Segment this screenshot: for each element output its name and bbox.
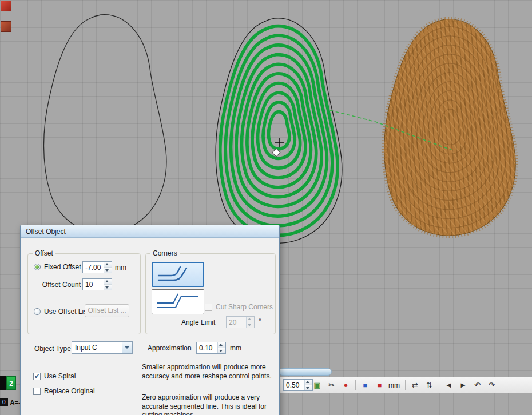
horizontal-scrollbar-thumb[interactable]: [279, 368, 332, 376]
fixed-offset-unit: mm: [115, 264, 126, 272]
skew-right-icon[interactable]: ►: [456, 378, 470, 392]
color-chip-red-icon[interactable]: ■: [373, 378, 386, 392]
palette-color-selected[interactable]: 2: [6, 376, 16, 390]
outline-object[interactable]: [44, 15, 166, 233]
spin-down-icon[interactable]: [104, 285, 112, 290]
flip-vertical-icon[interactable]: ⇅: [423, 378, 436, 392]
pull-compensation-input[interactable]: 0.50: [283, 379, 313, 391]
dialog-titlebar[interactable]: Offset Object: [21, 225, 279, 238]
approximation-value: 0.10: [197, 342, 217, 353]
spin-up-icon[interactable]: [218, 342, 225, 348]
offset-group-caption: Offset: [33, 249, 55, 257]
spin-down-icon[interactable]: [247, 322, 254, 328]
use-offset-list-label: Use Offset List: [44, 308, 89, 316]
offset-count-value: 10: [83, 279, 104, 290]
angle-limit-input[interactable]: 20: [226, 316, 255, 328]
fixed-offset-value: -7.00: [83, 262, 104, 273]
object-type-label: Object Type: [34, 345, 71, 353]
object-type-select[interactable]: Input C: [72, 341, 133, 354]
spin-up-icon[interactable]: [305, 380, 312, 385]
flip-horizontal-icon[interactable]: ⇄: [408, 378, 422, 392]
sharp-corners-icon: [154, 292, 202, 312]
rotate-left-icon[interactable]: ↶: [471, 378, 484, 392]
dropdown-arrow-icon[interactable]: [122, 342, 132, 353]
radio-button-icon: [34, 308, 41, 315]
angle-limit-value: 20: [227, 317, 246, 328]
design-workspace[interactable]: 2 0 A=-14 ▦ ✎ ▣ ✂ ● ■ ■ 0.50 mm ⇄ ⇅ ◄ ► …: [0, 0, 532, 415]
use-offset-list-radio[interactable]: Use Offset List: [34, 308, 89, 316]
toolbar-separator: [355, 380, 356, 390]
scissors-icon[interactable]: ✂: [325, 378, 338, 392]
spinner-buttons[interactable]: [104, 262, 112, 273]
spin-up-icon[interactable]: [247, 317, 254, 322]
offset-object-dialog: Offset Object Offset Fixed Offset -7.00 …: [20, 225, 280, 415]
checkbox-box-icon: [33, 388, 41, 395]
bottom-toolbar: ▦ ✎ ▣ ✂ ● ■ ■ 0.50 mm ⇄ ⇅ ◄ ► ↶ ↷: [279, 377, 532, 393]
dialog-title: Offset Object: [26, 228, 66, 236]
toolbar-separator: [405, 380, 406, 390]
spinner-buttons[interactable]: [246, 317, 254, 328]
toolbar-separator: [439, 380, 439, 390]
checkbox-box-icon: [205, 304, 212, 311]
spin-up-icon[interactable]: [104, 279, 112, 285]
use-spiral-checkbox[interactable]: Use Spiral: [33, 372, 76, 380]
corners-group-caption: Corners: [150, 249, 180, 257]
fixed-offset-radio[interactable]: Fixed Offset: [34, 263, 81, 271]
spin-down-icon[interactable]: [104, 268, 112, 273]
replace-original-checkbox[interactable]: Replace Original: [33, 387, 95, 395]
spin-down-icon[interactable]: [218, 348, 225, 353]
sharp-corners-button[interactable]: [152, 289, 204, 314]
use-spiral-label: Use Spiral: [44, 372, 76, 380]
approximation-unit: mm: [230, 344, 241, 352]
corners-group: Corners Cut Sharp Corners Angle Limit: [145, 253, 276, 334]
offset-list-button[interactable]: Offset List ...: [85, 304, 129, 317]
offset-count-label: Offset Count: [30, 281, 81, 289]
pull-compensation-value: 0.50: [284, 380, 304, 390]
offset-count-input[interactable]: 10: [82, 278, 112, 290]
cut-sharp-corners-checkbox[interactable]: Cut Sharp Corners: [205, 303, 273, 311]
rounded-corners-icon: [154, 264, 202, 285]
skew-left-icon[interactable]: ◄: [442, 378, 455, 392]
approximation-input[interactable]: 0.10: [196, 342, 226, 354]
palette-color-black[interactable]: [0, 376, 6, 390]
offset-spiral-object[interactable]: [216, 18, 342, 244]
spin-up-icon[interactable]: [104, 262, 112, 268]
radio-button-icon: [34, 264, 41, 270]
stop-point-icon[interactable]: ●: [339, 378, 352, 392]
left-toolbar-fragment-icon-2[interactable]: [1, 21, 11, 32]
approximation-note-2: Zero approximation will produce a very a…: [142, 393, 278, 415]
spinner-buttons[interactable]: [304, 380, 312, 390]
spin-down-icon[interactable]: [305, 385, 312, 390]
replace-original-label: Replace Original: [44, 387, 95, 395]
object-type-value: Input C: [72, 342, 122, 353]
color-chip-blue-icon[interactable]: ■: [359, 378, 372, 392]
angle-limit-unit: °: [259, 317, 261, 325]
left-toolbar-fragment-icon-1[interactable]: [1, 1, 11, 11]
crosshair-cursor: [275, 138, 284, 147]
pull-compensation-unit: mm: [388, 381, 400, 389]
fixed-offset-input[interactable]: -7.00: [82, 261, 112, 273]
rotate-right-icon[interactable]: ↷: [485, 378, 498, 392]
fixed-offset-label: Fixed Offset: [44, 263, 81, 271]
checkbox-box-icon: [33, 373, 41, 380]
spinner-buttons[interactable]: [217, 342, 225, 353]
approximation-label: Approximation: [148, 344, 192, 352]
spinner-buttons[interactable]: [104, 279, 112, 290]
offset-group: Offset Fixed Offset -7.00 mm Offset Coun…: [27, 253, 141, 334]
rounded-corners-button[interactable]: [152, 262, 204, 287]
cut-sharp-corners-label: Cut Sharp Corners: [216, 303, 273, 311]
approximation-note-1: Smaller approximation will produce more …: [142, 363, 278, 381]
status-coord-chip: 0: [0, 398, 8, 406]
angle-limit-label: Angle Limit: [181, 318, 215, 326]
stitched-object[interactable]: [384, 19, 515, 236]
